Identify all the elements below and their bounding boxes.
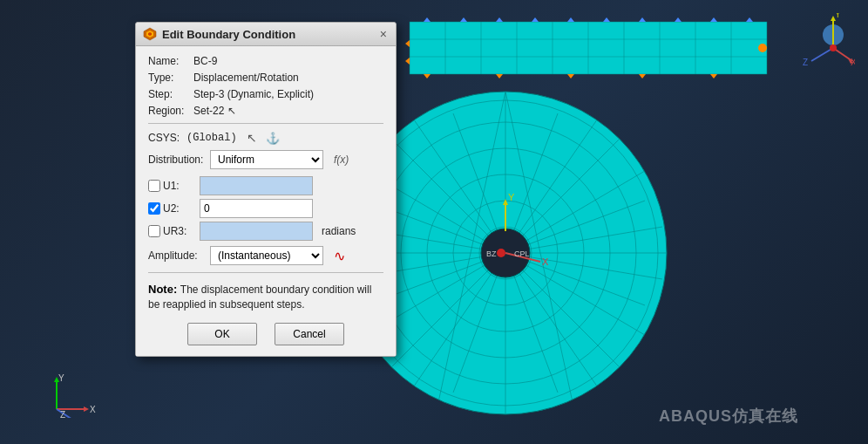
u2-label: U2: xyxy=(163,202,180,215)
region-value: Set-22 xyxy=(193,105,224,117)
axis-indicator-top-right: Y X Z xyxy=(794,13,855,74)
amplitude-label: Amplitude: xyxy=(148,249,205,262)
wave-icon: ∿ xyxy=(334,248,345,264)
svg-text:CPL: CPL xyxy=(514,249,530,258)
distribution-row: Distribution: Uniform f(x) xyxy=(148,150,383,169)
ur3-unit: radians xyxy=(322,225,356,237)
csys-row: CSYS: (Global) ↖ ⚓ xyxy=(148,130,383,146)
divider-1 xyxy=(148,123,383,124)
type-row: Type: Displacement/Rotation xyxy=(148,72,383,84)
svg-marker-18 xyxy=(639,17,646,22)
name-value: BC-9 xyxy=(193,55,217,67)
dialog-close-button[interactable]: × xyxy=(378,27,389,41)
svg-marker-25 xyxy=(424,74,431,79)
ur3-checkbox-label[interactable]: UR3: xyxy=(148,225,196,237)
dialog-body: Name: BC-9 Type: Displacement/Rotation S… xyxy=(136,46,396,356)
svg-marker-19 xyxy=(675,17,682,22)
svg-marker-27 xyxy=(567,74,574,79)
region-label: Region: xyxy=(148,105,193,117)
csys-label: CSYS: xyxy=(148,132,183,144)
dialog-title-left: Edit Boundary Condition xyxy=(143,27,295,41)
csys-value: (Global) xyxy=(186,132,237,144)
type-value: Displacement/Rotation xyxy=(193,72,299,84)
dialog-titlebar: Edit Boundary Condition × xyxy=(136,23,396,46)
u1-label: U1: xyxy=(163,180,180,192)
name-row: Name: BC-9 xyxy=(148,55,383,67)
svg-text:X: X xyxy=(90,405,96,414)
csys-cursor-icon[interactable]: ↖ xyxy=(244,130,260,146)
svg-marker-22 xyxy=(405,40,410,47)
svg-marker-26 xyxy=(496,74,503,79)
svg-marker-29 xyxy=(710,74,717,79)
ur3-checkbox[interactable] xyxy=(148,225,160,237)
type-label: Type: xyxy=(148,72,193,84)
csys-link-icon[interactable]: ⚓ xyxy=(263,131,282,146)
u1-row: U1: xyxy=(148,176,383,195)
amplitude-select[interactable]: (Instantaneous) xyxy=(210,246,323,265)
svg-text:X: X xyxy=(542,256,549,267)
abaqus-logo-icon xyxy=(143,27,157,41)
svg-marker-23 xyxy=(405,58,410,65)
step-label: Step: xyxy=(148,88,193,100)
svg-marker-14 xyxy=(496,17,503,22)
svg-marker-20 xyxy=(710,17,717,22)
fx-button[interactable]: f(x) xyxy=(334,154,349,166)
distribution-select[interactable]: Uniform xyxy=(210,150,323,169)
svg-line-37 xyxy=(811,48,833,61)
svg-text:Y: Y xyxy=(835,13,841,19)
scene-background: Y X Z xyxy=(0,0,868,444)
u2-checkbox-label[interactable]: U2: xyxy=(148,202,196,215)
axis-indicator-bottom-left: Y X Z xyxy=(48,374,100,418)
region-row: Region: Set-22 ↖ xyxy=(148,105,383,117)
svg-text:Y: Y xyxy=(508,192,515,202)
dialog-title-text: Edit Boundary Condition xyxy=(162,28,295,41)
svg-marker-13 xyxy=(460,17,467,22)
svg-text:Z: Z xyxy=(803,58,808,67)
svg-marker-17 xyxy=(603,17,610,22)
svg-marker-12 xyxy=(424,17,431,22)
button-row: OK Cancel xyxy=(148,323,383,345)
svg-marker-28 xyxy=(639,74,646,79)
cursor-icon: ↖ xyxy=(227,105,236,117)
edit-boundary-condition-dialog: Edit Boundary Condition × Name: BC-9 Typ… xyxy=(135,22,397,357)
ur3-label: UR3: xyxy=(163,225,186,237)
svg-text:Y: Y xyxy=(58,374,64,383)
ur3-input[interactable] xyxy=(200,222,313,241)
ok-button[interactable]: OK xyxy=(187,323,257,345)
u1-input[interactable] xyxy=(200,176,313,195)
step-value: Step-3 (Dynamic, Explicit) xyxy=(193,88,314,100)
svg-point-70 xyxy=(497,249,505,257)
u2-input[interactable] xyxy=(200,199,313,218)
name-label: Name: xyxy=(148,55,193,67)
note-title: Note: xyxy=(148,283,177,296)
svg-point-24 xyxy=(758,44,767,52)
svg-text:Z: Z xyxy=(60,410,65,418)
amplitude-row: Amplitude: (Instantaneous) ∿ xyxy=(148,246,383,265)
step-row: Step: Step-3 (Dynamic, Explicit) xyxy=(148,88,383,100)
u1-checkbox-label[interactable]: U1: xyxy=(148,180,196,192)
u2-checkbox[interactable] xyxy=(148,202,160,215)
u1-checkbox[interactable] xyxy=(148,180,160,192)
svg-marker-77 xyxy=(84,406,89,412)
svg-text:X: X xyxy=(851,58,855,67)
svg-marker-16 xyxy=(567,17,574,22)
svg-marker-15 xyxy=(532,17,539,22)
note-text: The displacement boundary condition will… xyxy=(148,283,371,311)
ur3-row: UR3: radians xyxy=(148,222,383,241)
svg-marker-21 xyxy=(746,17,753,22)
distribution-label: Distribution: xyxy=(148,154,205,166)
svg-point-39 xyxy=(830,44,837,51)
svg-text:BZ: BZ xyxy=(486,249,497,258)
note-section: Note: The displacement boundary conditio… xyxy=(148,279,383,316)
cancel-button[interactable]: Cancel xyxy=(275,323,344,345)
top-mesh-visualization xyxy=(401,13,776,83)
u2-row: U2: xyxy=(148,199,383,218)
watermark-text: ABAQUS仿真在线 xyxy=(659,406,798,427)
divider-2 xyxy=(148,272,383,273)
